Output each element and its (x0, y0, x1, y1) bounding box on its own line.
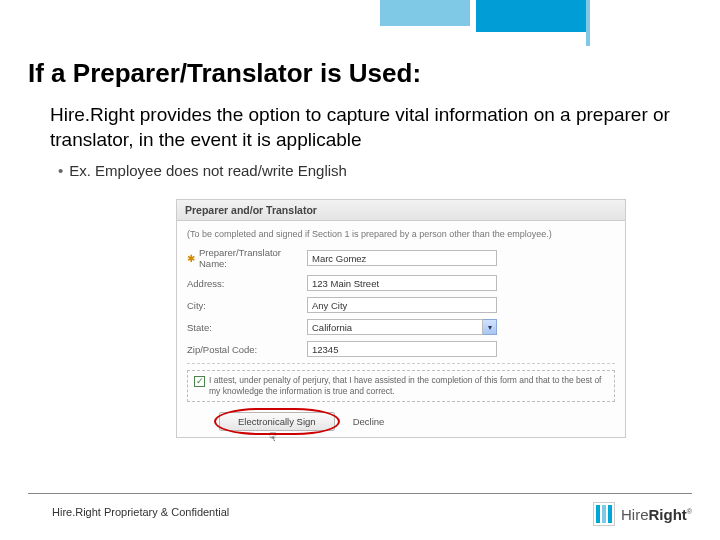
brand-logo: HireRight® (593, 502, 692, 526)
footer-text: Hire.Right Proprietary & Confidential (52, 506, 229, 518)
decline-button[interactable]: Decline (353, 416, 385, 427)
chevron-down-icon[interactable]: ▾ (483, 319, 497, 335)
state-select[interactable]: California (307, 319, 483, 335)
address-input[interactable]: 123 Main Street (307, 275, 497, 291)
zip-label: Zip/Postal Code: (187, 344, 307, 355)
logo-text: HireRight® (621, 506, 692, 523)
panel-note: (To be completed and signed if Section 1… (187, 229, 615, 239)
row-name: ✱ Preparer/Translator Name: Marc Gomez (187, 247, 615, 269)
name-label: ✱ Preparer/Translator Name: (187, 247, 307, 269)
attestation-row: ✓ I attest, under penalty of perjury, th… (187, 370, 615, 401)
state-label: State: (187, 322, 307, 333)
bullet-text: Ex. Employee does not read/write English (69, 162, 347, 179)
row-state: State: California ▾ (187, 319, 615, 335)
attest-checkbox[interactable]: ✓ (194, 376, 205, 387)
attest-text: I attest, under penalty of perjury, that… (209, 375, 608, 396)
row-address: Address: 123 Main Street (187, 275, 615, 291)
zip-input[interactable]: 12345 (307, 341, 497, 357)
required-icon: ✱ (187, 253, 195, 264)
address-label: Address: (187, 278, 307, 289)
logo-bars-icon (593, 502, 615, 526)
slide-bullet: •Ex. Employee does not read/write Englis… (58, 162, 692, 179)
city-input[interactable]: Any City (307, 297, 497, 313)
row-zip: Zip/Postal Code: 12345 (187, 341, 615, 357)
header-decoration (380, 0, 590, 46)
preparer-panel: Preparer and/or Translator (To be comple… (176, 199, 626, 437)
electronically-sign-button[interactable]: Electronically Sign ☟ (219, 412, 335, 431)
name-input[interactable]: Marc Gomez (307, 250, 497, 266)
hand-cursor-icon: ☟ (269, 430, 276, 444)
panel-header: Preparer and/or Translator (177, 200, 625, 221)
row-city: City: Any City (187, 297, 615, 313)
footer-divider (28, 493, 692, 494)
slide-lead: Hire.Right provides the option to captur… (50, 103, 692, 152)
slide-title: If a Preparer/Translator is Used: (28, 58, 692, 89)
city-label: City: (187, 300, 307, 311)
